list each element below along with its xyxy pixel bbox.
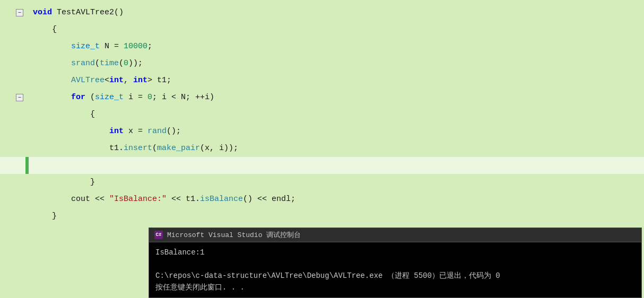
line-bar: [25, 174, 29, 191]
token-kw: int: [109, 127, 124, 136]
code-line: t1.insert(make_pair(x, i));: [0, 140, 644, 157]
token-kw: for: [71, 93, 85, 102]
fold-gutter: −: [0, 94, 25, 101]
fold-icon[interactable]: −: [16, 94, 23, 101]
token-plain: {: [90, 110, 95, 119]
code-text: int x = rand();: [29, 123, 644, 140]
token-kw: int: [109, 76, 124, 85]
line-bar: [25, 106, 29, 123]
token-kw2: size_t: [71, 42, 100, 51]
token-plain: (x, i));: [200, 144, 238, 153]
code-editor: −void TestAVLTree2() { size_t N = 10000;…: [0, 0, 644, 298]
line-bar: [25, 38, 29, 55]
console-titlebar: C# Microsoft Visual Studio 调试控制台: [149, 228, 641, 242]
code-text: cout << "IsBalance:" << t1.isBalance() <…: [29, 191, 644, 208]
code-text: size_t N = 10000;: [29, 38, 644, 55]
token-plain: () << endl;: [243, 195, 295, 204]
token-plain: {: [52, 25, 57, 34]
console-line: [155, 258, 635, 270]
console-line: C:\repos\c-data-structure\AVLTree\Debug\…: [155, 270, 635, 282]
console-line: 按任意键关闭此窗口. . .: [155, 282, 635, 293]
token-plain: ,: [124, 76, 133, 85]
code-line: }: [0, 208, 644, 225]
console-window: C# Microsoft Visual Studio 调试控制台 IsBalan…: [149, 227, 642, 298]
code-line: − for (size_t i = 0; i < N; ++i): [0, 89, 644, 106]
token-plain: ;: [147, 42, 152, 51]
token-num: 0: [124, 59, 128, 68]
vs-icon: C#: [154, 231, 163, 239]
token-num: 10000: [124, 42, 147, 51]
code-line: size_t N = 10000;: [0, 38, 644, 55]
line-bar: [25, 89, 29, 106]
line-bar: [25, 208, 29, 225]
token-plain: (: [152, 144, 157, 153]
token-plain: TestAVLTree2(): [52, 8, 124, 17]
code-text: srand(time(0));: [29, 55, 644, 72]
code-line: cout << "IsBalance:" << t1.isBalance() <…: [0, 191, 644, 208]
code-line: int x = rand();: [0, 123, 644, 140]
token-plain: ));: [128, 59, 143, 68]
token-plain: << t1.: [167, 195, 200, 204]
code-text: }: [29, 208, 644, 225]
token-fn: make_pair: [157, 144, 200, 153]
token-fn: srand: [71, 59, 95, 68]
code-line: AVLTree<int, int> t1;: [0, 72, 644, 89]
token-fn: insert: [124, 144, 152, 153]
token-plain: ();: [167, 127, 181, 136]
code-lines: −void TestAVLTree2() { size_t N = 10000;…: [0, 0, 644, 229]
token-fn: isBalance: [200, 195, 243, 204]
token-plain: x =: [124, 127, 147, 136]
line-bar: [25, 21, 29, 38]
code-text: }: [29, 174, 644, 191]
code-text: t1.insert(make_pair(x, i));: [29, 140, 644, 157]
token-plain: > t1;: [147, 76, 171, 85]
code-line: }: [0, 174, 644, 191]
token-plain: <: [105, 76, 109, 85]
code-text: {: [29, 106, 644, 123]
code-line: {: [0, 21, 644, 38]
token-plain: }: [90, 178, 95, 187]
token-plain: }: [52, 212, 57, 221]
token-fn: time: [100, 59, 119, 68]
line-bar: [25, 140, 29, 157]
code-line: {: [0, 106, 644, 123]
token-plain: (: [119, 59, 124, 68]
code-text: AVLTree<int, int> t1;: [29, 72, 644, 89]
line-bar: [25, 157, 29, 174]
code-text: for (size_t i = 0; i < N; ++i): [29, 89, 644, 106]
code-text: void TestAVLTree2(): [29, 4, 644, 21]
line-bar: [25, 72, 29, 89]
token-plain: N =: [100, 42, 124, 51]
console-body: IsBalance:1 C:\repos\c-data-structure\AV…: [149, 242, 641, 297]
token-plain: cout <<: [71, 195, 109, 204]
fold-icon[interactable]: −: [16, 9, 23, 16]
console-line: IsBalance:1: [155, 247, 635, 258]
code-line: [0, 157, 644, 174]
code-text: {: [29, 21, 644, 38]
token-plain: ; i < N; ++i): [152, 93, 214, 102]
line-bar: [25, 55, 29, 72]
fold-gutter: −: [0, 9, 25, 16]
token-kw2: size_t: [95, 93, 124, 102]
line-bar: [25, 4, 29, 21]
token-plain: (: [95, 59, 100, 68]
token-kw: int: [133, 76, 147, 85]
code-line: srand(time(0));: [0, 55, 644, 72]
token-type-teal: AVLTree: [71, 76, 105, 85]
token-fn: rand: [147, 127, 167, 136]
line-bar: [25, 191, 29, 208]
token-kw: void: [33, 8, 52, 17]
code-line: −void TestAVLTree2(): [0, 4, 644, 21]
token-plain: i =: [124, 93, 147, 102]
token-num: 0: [147, 93, 152, 102]
token-plain: (: [85, 93, 95, 102]
console-title: Microsoft Visual Studio 调试控制台: [167, 230, 301, 240]
token-plain: t1.: [109, 144, 124, 153]
line-bar: [25, 123, 29, 140]
token-str: "IsBalance:": [109, 195, 167, 204]
